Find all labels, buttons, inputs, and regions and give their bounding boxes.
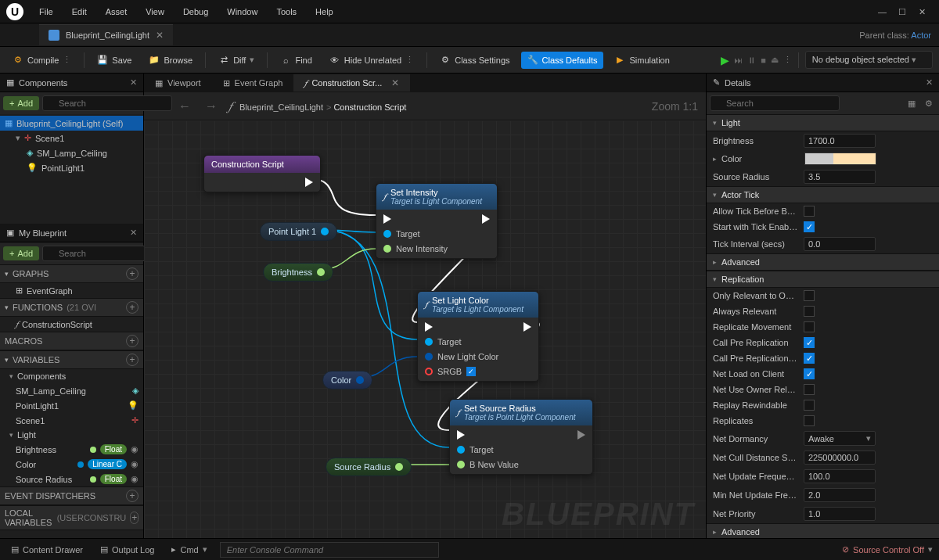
menu-view[interactable]: View	[138, 4, 172, 20]
output-pin[interactable]	[395, 463, 403, 471]
viewport-tab[interactable]: ▦Viewport	[144, 75, 212, 92]
exec-out-pin[interactable]	[482, 214, 490, 224]
actor-tick-header[interactable]: Actor Tick	[707, 186, 939, 203]
target-pin[interactable]	[383, 230, 391, 238]
breadcrumb-root[interactable]: Blueprint_CeilingLight	[239, 102, 323, 112]
visibility-icon[interactable]: ◉	[131, 459, 139, 469]
color-pin[interactable]	[425, 353, 433, 361]
menu-file[interactable]: File	[31, 4, 61, 20]
color-var-node[interactable]: Color	[322, 371, 372, 389]
components-search-input[interactable]	[42, 95, 172, 111]
tab-close-icon[interactable]: ✕	[156, 30, 164, 41]
my-blueprint-header[interactable]: ▣ My Blueprint ✕	[0, 224, 143, 242]
visibility-icon[interactable]: ◉	[131, 474, 139, 484]
net-dormancy-select[interactable]: Awake▾	[804, 431, 876, 446]
allow-tick-checkbox[interactable]	[804, 206, 815, 217]
var-scene-row[interactable]: Scene1✛	[0, 413, 143, 428]
variables-section-header[interactable]: ▾VARIABLES+	[0, 350, 143, 369]
srgb-checkbox[interactable]: ✓	[466, 367, 476, 376]
brightness-input[interactable]	[804, 134, 876, 148]
add-dispatcher-button[interactable]: +	[126, 490, 139, 502]
close-icon[interactable]: ✕	[130, 77, 137, 88]
components-category-row[interactable]: ▾Components	[0, 369, 143, 383]
var-color-row[interactable]: ColorLinear C◉	[0, 457, 143, 472]
output-pin[interactable]	[321, 228, 329, 235]
compile-button[interactable]: ⚙ Compile ⋮	[6, 52, 77, 69]
target-pin[interactable]	[425, 338, 433, 346]
var-pointlight-row[interactable]: PointLight1💡	[0, 398, 143, 413]
hide-unrelated-button[interactable]: 👁Hide Unrelated⋮	[323, 52, 420, 69]
more-icon[interactable]: ⋮	[783, 55, 792, 65]
simulation-button[interactable]: ▶Simulation	[608, 52, 675, 69]
stop-button[interactable]: ■	[761, 56, 766, 65]
net-update-input[interactable]	[804, 469, 876, 483]
always-relevant-checkbox[interactable]	[804, 306, 815, 317]
target-pin[interactable]	[457, 446, 465, 454]
add-function-button[interactable]: +	[126, 301, 139, 314]
net-load-checkbox[interactable]: ✓	[804, 368, 815, 379]
content-drawer-button[interactable]: ▤Content Drawer	[6, 542, 88, 557]
output-pin[interactable]	[317, 268, 325, 276]
advanced-header-1[interactable]: Advanced	[707, 253, 939, 271]
color-swatch[interactable]	[804, 153, 876, 165]
event-graph-tab[interactable]: ⊞Event Graph	[212, 75, 294, 92]
set-source-radius-node[interactable]: 𝑓 Set Source RadiusTarget is Point Light…	[449, 399, 593, 475]
component-self-row[interactable]: ▦ Blueprint_CeilingLight (Self)	[0, 116, 143, 131]
exec-in-pin[interactable]	[383, 214, 391, 224]
output-log-button[interactable]: ▤Output Log	[95, 542, 159, 557]
exec-out-pin[interactable]	[577, 430, 585, 440]
exec-in-pin[interactable]	[457, 430, 465, 440]
cmd-label[interactable]: ▸Cmd▾	[167, 542, 211, 557]
call-pre-checkbox[interactable]: ✓	[804, 337, 815, 348]
start-tick-checkbox[interactable]: ✓	[804, 221, 815, 232]
forward-button[interactable]: →	[202, 98, 221, 115]
component-scene-row[interactable]: ▾✛ Scene1	[0, 131, 143, 145]
debug-object-select[interactable]: No debug object selected ▾	[805, 51, 933, 69]
back-button[interactable]: ←	[175, 98, 194, 115]
call-pre-for-checkbox[interactable]: ✓	[804, 353, 815, 364]
graph-canvas[interactable]: Construction Script 𝑓 Set IntensityTarge…	[144, 120, 706, 538]
intensity-pin[interactable]	[383, 245, 391, 253]
local-variables-header[interactable]: LOCAL VARIABLES (USERCONSTRU+	[0, 505, 143, 530]
close-icon[interactable]: ✕	[391, 77, 399, 88]
close-icon[interactable]: ✕	[926, 77, 933, 88]
set-intensity-node[interactable]: 𝑓 Set IntensityTarget is Light Component…	[376, 183, 498, 259]
brightness-var-node[interactable]: Brightness	[263, 263, 333, 282]
add-component-button[interactable]: +Add	[3, 96, 39, 110]
replicate-movement-checkbox[interactable]	[804, 321, 815, 332]
eject-button[interactable]: ⏏	[771, 55, 779, 65]
exec-out-pin[interactable]	[305, 178, 313, 187]
close-button[interactable]: ✕	[919, 7, 928, 16]
parent-class-link[interactable]: Actor	[911, 31, 931, 40]
tick-interval-input[interactable]	[804, 237, 876, 251]
details-search-input[interactable]	[710, 95, 840, 111]
details-body[interactable]: Light Brightness ▸Color Source Radius Ac…	[707, 114, 939, 538]
point-light-var-node[interactable]: Point Light 1	[260, 222, 337, 241]
menu-edit[interactable]: Edit	[64, 4, 95, 20]
replay-rewind-checkbox[interactable]	[804, 400, 815, 411]
details-panel-header[interactable]: ✎ Details ✕	[707, 74, 939, 92]
menu-help[interactable]: Help	[308, 4, 341, 20]
srgb-pin[interactable]	[425, 368, 433, 375]
macros-section-header[interactable]: MACROS+	[0, 332, 143, 350]
add-graph-button[interactable]: +	[126, 267, 139, 280]
exec-out-pin[interactable]	[523, 322, 531, 332]
class-defaults-button[interactable]: 🔧Class Defaults	[521, 52, 604, 69]
visibility-icon[interactable]: ◉	[131, 444, 139, 454]
construction-script-tab[interactable]: 𝑓Construction Scr...✕	[293, 74, 410, 92]
pause-button[interactable]: ⏸	[747, 56, 756, 65]
construction-script-node[interactable]: Construction Script	[203, 155, 321, 192]
event-graph-row[interactable]: ⊞EventGraph	[0, 283, 143, 298]
light-category-header[interactable]: Light	[707, 114, 939, 131]
menu-asset[interactable]: Asset	[98, 4, 135, 20]
close-icon[interactable]: ✕	[130, 228, 137, 238]
play-button[interactable]: ▶	[721, 54, 729, 66]
value-pin[interactable]	[457, 461, 465, 468]
net-priority-input[interactable]	[804, 507, 876, 521]
save-button[interactable]: 💾Save	[91, 52, 138, 69]
component-light-row[interactable]: 💡 PointLight1	[0, 160, 143, 175]
grid-icon[interactable]: ▦	[905, 97, 919, 110]
advanced-header-2[interactable]: Advanced	[707, 523, 939, 538]
light-category-row[interactable]: ▾Light	[0, 428, 143, 442]
graphs-section-header[interactable]: ▾GRAPHS+	[0, 264, 143, 283]
